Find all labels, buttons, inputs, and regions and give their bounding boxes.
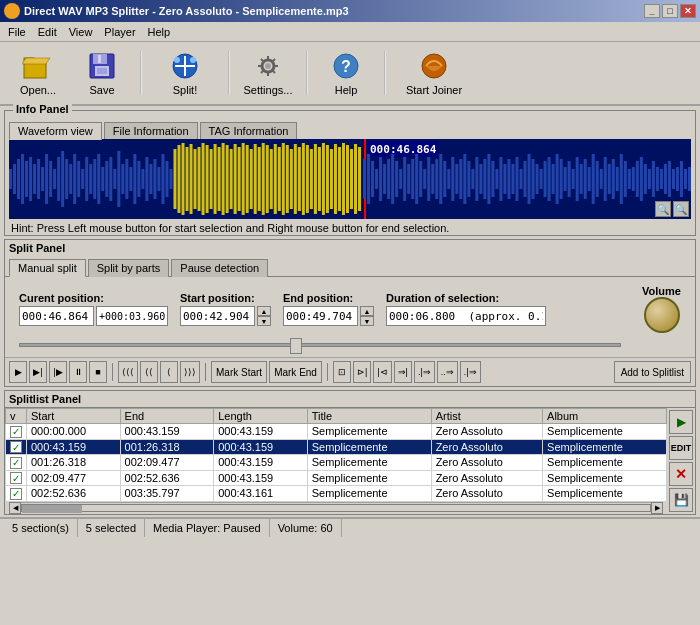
play-from-button[interactable]: ▶| — [29, 361, 47, 383]
btn-q2[interactable]: ⊳| — [353, 361, 371, 383]
svg-rect-40 — [53, 169, 56, 189]
zoom-out-icon[interactable]: 🔍 — [673, 201, 689, 217]
minimize-button[interactable]: _ — [644, 4, 660, 18]
menu-player[interactable]: Player — [98, 24, 141, 40]
table-row[interactable]: 000:43.159 001:26.318 000:43.159 Semplic… — [6, 439, 667, 455]
tab-tag-info[interactable]: TAG Information — [200, 122, 298, 140]
btn-q7[interactable]: .|⇒ — [460, 361, 481, 383]
mark-start-button[interactable]: Mark Start — [211, 361, 267, 383]
btn-q5[interactable]: .|⇒ — [414, 361, 435, 383]
cell-artist: Zero Assoluto — [431, 455, 542, 471]
row-checkbox[interactable] — [6, 470, 27, 486]
zoom-in-icon[interactable]: 🔍 — [655, 201, 671, 217]
checkbox-0[interactable] — [10, 426, 22, 438]
delete-item-button[interactable]: ✕ — [669, 462, 693, 486]
table-row[interactable]: 002:52.636 003:35.797 000:43.161 Semplic… — [6, 486, 667, 502]
checkbox-4[interactable] — [10, 488, 22, 500]
end-position-input[interactable] — [283, 306, 358, 326]
row-checkbox[interactable] — [6, 486, 27, 502]
slider-row — [11, 337, 689, 355]
svg-rect-176 — [588, 167, 591, 191]
play-item-button[interactable]: ▶ — [669, 410, 693, 434]
checkbox-2[interactable] — [10, 457, 22, 469]
btn-q1[interactable]: ⊡ — [333, 361, 351, 383]
table-row[interactable]: 002:09.477 002:52.636 000:43.159 Semplic… — [6, 470, 667, 486]
mark-end-button[interactable]: Mark End — [269, 361, 322, 383]
waveform-display[interactable]: 000:46.864 — [9, 139, 691, 219]
skip-fwd-button[interactable]: ⟩⟩⟩ — [180, 361, 200, 383]
table-row[interactable]: 000:00.000 000:43.159 000:43.159 Semplic… — [6, 424, 667, 440]
table-row[interactable]: 001:26.318 002:09.477 000:43.159 Semplic… — [6, 455, 667, 471]
svg-rect-137 — [431, 164, 434, 194]
tab-split-by-parts[interactable]: Split by parts — [88, 259, 170, 277]
slider-thumb[interactable] — [290, 338, 302, 354]
menu-help[interactable]: Help — [142, 24, 177, 40]
start-spin-buttons: ▲ ▼ — [257, 306, 271, 326]
tab-waveform[interactable]: Waveform view — [9, 122, 102, 140]
btn-q4[interactable]: ⇒| — [394, 361, 412, 383]
row-checkbox[interactable] — [6, 424, 27, 440]
help-button[interactable]: ? Help — [316, 46, 376, 100]
edit-item-button[interactable]: EDIT — [669, 436, 693, 460]
btn-q3[interactable]: |⊲ — [373, 361, 391, 383]
add-to-splitlist-button[interactable]: Add to Splitlist — [614, 361, 691, 383]
scroll-left-btn[interactable]: ◀ — [9, 502, 21, 514]
svg-rect-124 — [379, 157, 382, 201]
split-button[interactable]: Split! — [150, 46, 220, 100]
tab-manual-split[interactable]: Manual split — [9, 259, 86, 277]
row-checkbox[interactable] — [6, 439, 27, 455]
scroll-right-btn[interactable]: ▶ — [651, 502, 663, 514]
menu-file[interactable]: File — [2, 24, 32, 40]
volume-knob[interactable] — [644, 297, 680, 333]
menu-view[interactable]: View — [63, 24, 99, 40]
play-button[interactable]: ▶ — [9, 361, 27, 383]
svg-rect-185 — [624, 161, 627, 197]
end-spin-down[interactable]: ▼ — [360, 316, 374, 326]
checkbox-3[interactable] — [10, 472, 22, 484]
start-spin-down[interactable]: ▼ — [257, 316, 271, 326]
horizontal-scrollbar[interactable]: ◀ ▶ — [9, 502, 663, 514]
transport-sep-3 — [327, 363, 328, 381]
title-bar: Direct WAV MP3 Splitter - Zero Assoluto … — [0, 0, 700, 22]
menu-edit[interactable]: Edit — [32, 24, 63, 40]
col-header-title: Title — [307, 409, 431, 424]
svg-rect-103 — [306, 145, 309, 213]
save-item-button[interactable]: 💾 — [669, 488, 693, 512]
svg-rect-55 — [113, 169, 116, 189]
svg-line-24 — [261, 70, 264, 73]
tab-pause-detection[interactable]: Pause detection — [171, 259, 268, 277]
position-slider[interactable] — [19, 343, 621, 347]
duration-input[interactable] — [386, 306, 546, 326]
scroll-thumb[interactable] — [22, 505, 82, 513]
joiner-button[interactable]: Start Joiner — [394, 46, 474, 100]
save-button[interactable]: Save — [72, 46, 132, 100]
position-offset-input[interactable] — [96, 306, 168, 326]
stop-button[interactable]: ■ — [89, 361, 107, 383]
end-spin-up[interactable]: ▲ — [360, 306, 374, 316]
play-end-button[interactable]: |▶ — [49, 361, 67, 383]
checkbox-1[interactable] — [10, 441, 22, 453]
settings-button[interactable]: Settings... — [238, 46, 298, 100]
step-back-button[interactable]: ⟨ — [160, 361, 178, 383]
maximize-button[interactable]: □ — [662, 4, 678, 18]
skip-far-back-button[interactable]: ⟨⟨⟨ — [118, 361, 138, 383]
svg-rect-56 — [117, 151, 120, 207]
btn-q6[interactable]: ..⇒ — [437, 361, 458, 383]
row-checkbox[interactable] — [6, 455, 27, 471]
cell-length: 000:43.159 — [214, 424, 308, 440]
svg-rect-169 — [560, 159, 563, 199]
current-position-input[interactable] — [19, 306, 94, 326]
open-button[interactable]: Open... — [8, 46, 68, 100]
skip-back-button[interactable]: ⟨⟨ — [140, 361, 158, 383]
scroll-track[interactable] — [21, 504, 651, 512]
svg-rect-144 — [459, 159, 462, 199]
status-media: Media Player: Paused — [145, 519, 270, 537]
start-spin-up[interactable]: ▲ — [257, 306, 271, 316]
close-button[interactable]: ✕ — [680, 4, 696, 18]
tab-file-info[interactable]: File Information — [104, 122, 198, 140]
cell-title: Semplicemente — [307, 470, 431, 486]
svg-rect-140 — [443, 161, 446, 197]
start-position-input[interactable] — [180, 306, 255, 326]
svg-rect-157 — [511, 164, 514, 194]
pause-button[interactable]: ⏸ — [69, 361, 87, 383]
